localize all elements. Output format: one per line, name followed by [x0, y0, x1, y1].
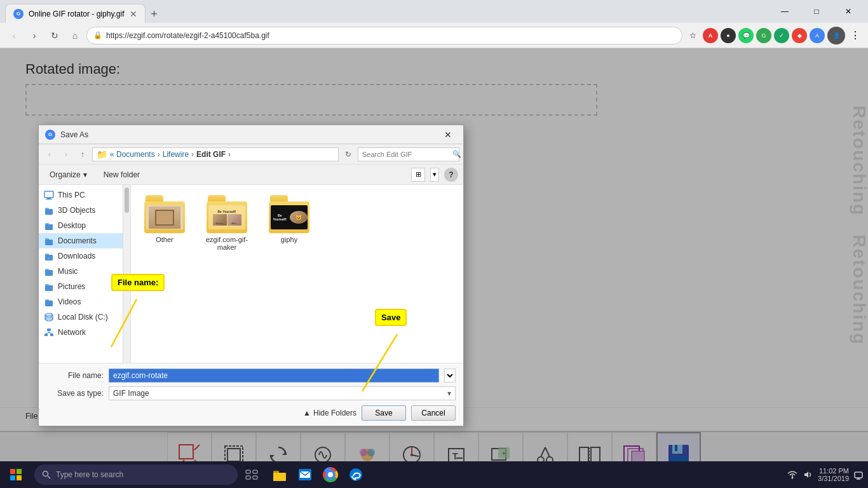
- svg-rect-34: [44, 191, 53, 198]
- taskbar-notification-icon[interactable]: [854, 470, 863, 480]
- browser-tab[interactable]: G Online GIF rotator - giphy.gif ✕: [5, 4, 146, 23]
- view-arrow-button[interactable]: ▾: [430, 168, 439, 182]
- back-button[interactable]: ‹: [5, 27, 23, 44]
- organize-button[interactable]: Organize ▾: [44, 168, 93, 182]
- minimize-button[interactable]: —: [770, 3, 799, 20]
- svg-rect-38: [45, 208, 49, 210]
- address-bar[interactable]: 🔒 https://ezgif.com/rotate/ezgif-2-a4510…: [86, 27, 682, 44]
- hide-folders-label: Hide Folders: [313, 409, 356, 417]
- taskbar-volume-icon: [803, 470, 813, 480]
- menu-icon[interactable]: ⋮: [848, 28, 863, 43]
- svg-rect-65: [10, 475, 15, 480]
- organize-label: Organize: [50, 170, 81, 179]
- new-folder-label: New folder: [104, 170, 140, 179]
- dialog-breadcrumb: 📁 « Documents › Lifewire › Edit GIF ›: [92, 147, 339, 161]
- taskbar-search-icon: [42, 470, 51, 479]
- tab-close-button[interactable]: ✕: [130, 9, 137, 19]
- svg-rect-74: [273, 471, 279, 473]
- svg-rect-66: [17, 475, 22, 480]
- svg-line-60: [49, 332, 52, 334]
- close-button[interactable]: ✕: [834, 3, 863, 20]
- window-controls: — □ ✕: [770, 3, 863, 23]
- extension-icon-5[interactable]: ✓: [774, 28, 789, 43]
- svg-point-78: [328, 472, 333, 477]
- sidebar-item-downloads[interactable]: ↓ Downloads: [39, 248, 130, 264]
- taskbar-search-bar[interactable]: Type here to search: [34, 464, 238, 485]
- taskbar-clock[interactable]: 11:02 PM 3/31/2019: [818, 467, 849, 482]
- dialog-search-box: 🔍: [358, 147, 459, 161]
- sidebar-item-3d-objects[interactable]: 3D Objects: [39, 203, 130, 218]
- profile-icon[interactable]: 👤: [827, 27, 845, 44]
- extension-icon-4[interactable]: G: [756, 28, 771, 43]
- folder-giphy-icon: Be Yourself! 🐱: [269, 193, 309, 233]
- hide-folders-arrow: ▲: [303, 409, 311, 417]
- file-item-ezgif[interactable]: Be Yourself! Before After: [198, 190, 255, 254]
- dialog-up-button[interactable]: ↑: [76, 147, 90, 161]
- file-item-other[interactable]: Other: [136, 190, 193, 254]
- view-button[interactable]: ⊞: [411, 168, 425, 182]
- sidebar-scroll-thumb[interactable]: [125, 187, 129, 213]
- maximize-button[interactable]: □: [802, 3, 831, 20]
- sidebar-item-network[interactable]: Network: [39, 325, 130, 340]
- savetype-value: GIF Image: [113, 389, 149, 398]
- reload-button[interactable]: ↻: [46, 27, 64, 44]
- dialog-search-input[interactable]: [362, 151, 450, 158]
- savetype-select[interactable]: GIF Image ▾: [109, 386, 456, 400]
- sidebar-item-desktop[interactable]: Desktop: [39, 218, 130, 233]
- taskbar-file-explorer[interactable]: [268, 461, 291, 488]
- sidebar-label-downloads: Downloads: [58, 252, 95, 261]
- svg-line-68: [48, 476, 50, 478]
- svg-rect-69: [246, 470, 250, 473]
- svg-rect-42: [45, 238, 49, 240]
- cancel-button[interactable]: Cancel: [411, 405, 456, 421]
- sidebar-item-videos[interactable]: Videos: [39, 294, 130, 309]
- taskbar-edge[interactable]: [344, 461, 367, 488]
- file-name-ezgif: ezgif.com-gif-maker: [201, 236, 253, 251]
- extension-icon-3[interactable]: 💬: [738, 28, 754, 43]
- new-folder-button[interactable]: New folder: [98, 168, 146, 182]
- task-view-button[interactable]: [240, 461, 263, 488]
- taskbar-outlook[interactable]: [294, 461, 316, 488]
- file-item-giphy[interactable]: Be Yourself! 🐱 giphy: [261, 190, 318, 254]
- dialog-bottom: File name: ▾ Save as type: GIF Image ▾: [39, 363, 463, 426]
- filename-input[interactable]: [109, 369, 439, 383]
- svg-rect-36: [46, 199, 52, 200]
- breadcrumb-documents[interactable]: « Documents: [110, 150, 155, 159]
- forward-button[interactable]: ›: [25, 27, 43, 44]
- extension-icon-7[interactable]: A: [810, 28, 825, 43]
- filename-dropdown[interactable]: ▾: [444, 369, 456, 383]
- svg-rect-63: [10, 469, 15, 474]
- dialog-back-button[interactable]: ‹: [43, 147, 57, 161]
- sidebar-item-documents[interactable]: Documents: [39, 233, 130, 248]
- home-button[interactable]: ⌂: [66, 27, 84, 44]
- taskbar-chrome[interactable]: [319, 461, 342, 488]
- svg-point-67: [43, 471, 48, 477]
- dialog-title: Save As: [60, 130, 439, 139]
- start-button[interactable]: [0, 461, 32, 488]
- nav-bar: ‹ › ↻ ⌂ 🔒 https://ezgif.com/rotate/ezgif…: [0, 23, 868, 48]
- file-name-giphy: giphy: [281, 236, 297, 243]
- save-button[interactable]: Save: [362, 405, 406, 421]
- svg-rect-47: [45, 269, 49, 271]
- help-button[interactable]: ?: [444, 168, 458, 182]
- dialog-close-button[interactable]: ✕: [439, 126, 457, 144]
- search-icon: 🔍: [452, 150, 461, 158]
- svg-rect-41: [45, 240, 53, 245]
- svg-rect-50: [45, 301, 53, 306]
- dialog-forward-button[interactable]: ›: [59, 147, 73, 161]
- extension-icon-6[interactable]: ◆: [792, 28, 807, 43]
- dialog-titlebar: G Save As ✕: [39, 125, 463, 144]
- extension-icon-2[interactable]: ●: [721, 28, 736, 43]
- bookmark-icon[interactable]: ☆: [685, 28, 700, 43]
- dialog-refresh-button[interactable]: ↻: [341, 147, 355, 161]
- lock-icon: 🔒: [93, 31, 102, 39]
- sidebar-label-videos: Videos: [58, 297, 81, 306]
- new-tab-button[interactable]: +: [146, 5, 163, 23]
- annotation-save: Save: [375, 309, 407, 326]
- breadcrumb-lifewire[interactable]: Lifewire: [163, 150, 189, 159]
- hide-folders-button[interactable]: ▲ Hide Folders: [303, 409, 356, 417]
- sidebar-item-local-disk[interactable]: Local Disk (C:): [39, 309, 130, 325]
- sidebar-item-this-pc[interactable]: This PC: [39, 187, 130, 203]
- extension-icon-1[interactable]: A: [703, 28, 718, 43]
- sidebar-label-pictures: Pictures: [58, 282, 85, 291]
